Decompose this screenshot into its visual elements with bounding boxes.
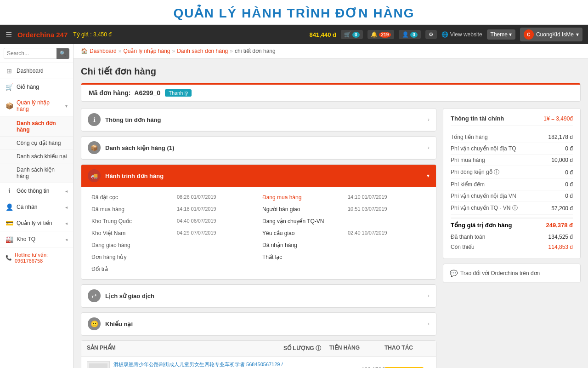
user-notif-button[interactable]: 👤 0 <box>399 30 421 39</box>
top-banner: QUẢN LÝ HÀNH TRÌNH ĐƠN HÀNG <box>0 0 588 25</box>
journey-label-2: Đã mua hàng <box>89 205 172 214</box>
order-info-section: ℹ Thông tin đơn hàng › <box>81 108 436 132</box>
breadcrumb-import[interactable]: Quản lý nhập hàng <box>123 48 170 54</box>
user-avatar: C <box>524 29 534 40</box>
journey-status-3: Đang vận chuyển TQ-VN <box>260 217 343 226</box>
breadcrumb-dashboard[interactable]: Dashboard <box>90 48 117 54</box>
sidebar-item-wallet[interactable]: 💳 Quản lý ví tiền ◂ <box>0 215 73 231</box>
items-list-header[interactable]: 📦 Danh sách kiện hàng (1) › <box>81 137 436 159</box>
financial-row-6: Phí vận chuyển nội địa VN 0 đ <box>451 190 573 202</box>
sidebar-item-dashboard[interactable]: ⊞ Dashboard <box>0 63 73 79</box>
breadcrumb-orders[interactable]: Danh sách đơn hàng <box>177 48 228 54</box>
financial-remaining-row: Còn thiếu 114,853 đ <box>451 242 573 252</box>
sidebar-label-warehouse: Kho TQ <box>17 236 35 242</box>
page-content: Chi tiết đơn hàng Mã đơn hàng: A6299_0 T… <box>74 58 588 368</box>
journey-label-4: Kho Việt Nam <box>89 229 172 238</box>
products-table: SẢN PHẨM SỐ LƯỢNG ⓘ TIỀN HÀNG THAO TÁC <box>81 340 436 368</box>
notification-button[interactable]: 🔔 219 <box>368 30 395 39</box>
sidebar-item-cart[interactable]: 🛒 Giỏ hàng <box>0 79 73 95</box>
journey-dt-1a: 08:26 01/07/2019 <box>174 193 258 202</box>
journey-label-5: Đang giao hàng <box>89 241 172 250</box>
complaint-icon: 😐 <box>88 317 101 330</box>
journey-status-1: Đang mua hàng <box>260 193 343 202</box>
navbar-left: ☰ Orderchina 247 Tỷ giá : 3,450 đ <box>6 30 112 39</box>
theme-button[interactable]: Theme ▾ <box>487 29 515 40</box>
search-button[interactable]: 🔍 <box>57 48 69 59</box>
navbar: ☰ Orderchina 247 Tỷ giá : 3,450 đ 841,44… <box>0 25 588 44</box>
sidebar-label-dashboard: Dashboard <box>17 68 44 74</box>
order-info-chevron: › <box>428 116 430 123</box>
profile-chevron-icon: ◂ <box>65 205 68 210</box>
journey-status-5: Đã nhận hàng <box>260 241 343 250</box>
order-info-title: Thông tin đơn hàng <box>105 116 423 123</box>
sidebar-sub-item-packages[interactable]: Danh sách kiện hàng <box>0 163 73 183</box>
breadcrumb: 🏠 Dashboard » Quản lý nhập hàng » Danh s… <box>74 44 588 58</box>
sidebar-label-news: Góc thông tin <box>17 188 49 194</box>
journey-dt-3b <box>345 217 429 226</box>
exchange-rate-display: 1¥ = 3,490đ <box>543 115 573 122</box>
financial-card: Thông tin tài chính 1¥ = 3,490đ Tổng tiề… <box>443 108 581 259</box>
complaint-header[interactable]: 😐 Khiếu nại › <box>81 313 436 335</box>
transaction-header[interactable]: ⇄ Lịch sử giao dịch › <box>81 285 436 307</box>
journey-status-4: Yêu cầu giao <box>260 229 343 238</box>
order-info-header[interactable]: ℹ Thông tin đơn hàng › <box>81 109 436 131</box>
settings-button[interactable]: ⚙ <box>425 30 437 39</box>
order-code-label: Mã đơn hàng: A6299_0 <box>89 89 160 97</box>
sidebar-item-import[interactable]: 📦 Quản lý nhập hàng ▾ <box>0 95 73 117</box>
sidebar-item-profile[interactable]: 👤 Cá nhân ◂ <box>0 199 73 215</box>
view-website-button[interactable]: 🌐 View website <box>441 31 482 38</box>
cart-button[interactable]: 🛒 0 <box>341 30 363 39</box>
journey-grid: Đã đặt cọc 08:26 01/07/2019 Đang mua hàn… <box>89 193 429 274</box>
search-input[interactable] <box>4 48 57 59</box>
main-content: 🏠 Dashboard » Quản lý nhập hàng » Danh s… <box>74 44 588 368</box>
page-title: Chi tiết đơn hàng <box>81 66 581 77</box>
journey-dt-2a: 14:18 01/07/2019 <box>174 205 258 214</box>
journey-status-2: Người bán giao <box>260 205 343 214</box>
financial-title: Thông tin tài chính <box>451 115 504 122</box>
complaint-section: 😐 Khiếu nại › <box>81 312 436 336</box>
journey-dt-3a: 04:40 06/07/2019 <box>174 217 258 226</box>
transaction-title: Lịch sử giao dịch <box>105 293 423 299</box>
sidebar-sub-item-tools[interactable]: Công cụ đặt hàng <box>0 137 73 150</box>
cart-icon: 🛒 <box>6 83 13 91</box>
chat-section: 💬 Trao đổi với Orderchina trên đơn <box>443 264 581 283</box>
user-menu-button[interactable]: C CuongKid IsMe ▾ <box>520 28 582 41</box>
sidebar: 🔍 ⊞ Dashboard 🛒 Giỏ hàng 📦 Quản lý nhập … <box>0 44 74 368</box>
col-product: SẢN PHẨM <box>87 345 283 352</box>
exchange-rate-nav: Tỷ giá : 3,450 đ <box>73 31 112 38</box>
home-icon: 🏠 <box>81 48 88 54</box>
transaction-icon: ⇄ <box>88 289 101 302</box>
sidebar-sub-item-orders[interactable]: Danh sách đơn hàng <box>0 117 73 137</box>
warehouse-chevron-icon: ◂ <box>65 237 68 242</box>
right-column: Thông tin tài chính 1¥ = 3,490đ Tổng tiề… <box>443 108 581 368</box>
sidebar-item-warehouse[interactable]: 🏭 Kho TQ ◂ <box>0 231 73 247</box>
journey-label-7: Đổi trả <box>89 264 172 274</box>
products-table-header: SẢN PHẨM SỐ LƯỢNG ⓘ TIỀN HÀNG THAO TÁC <box>81 341 436 356</box>
product-name: 滑板双翘青少年公路刷街成人儿童男女生四轮专业车初学者 568450567129 … <box>113 361 283 368</box>
transaction-section: ⇄ Lịch sử giao dịch › <box>81 284 436 308</box>
breadcrumb-current: chi tiết đơn hàng <box>235 48 276 54</box>
info-icon: ℹ <box>88 113 101 126</box>
notif-badge: 219 <box>379 32 391 38</box>
journey-label-3: Kho Trung Quốc <box>89 217 172 226</box>
financial-row-5: Phí kiểm đếm 0 đ <box>451 179 573 190</box>
journey-header[interactable]: 🚚 Hành trình đơn hàng ▾ <box>81 165 436 187</box>
journey-dt-7a <box>174 264 258 274</box>
journey-status-6: Thất lạc <box>260 253 343 262</box>
main-layout: 🔍 ⊞ Dashboard 🛒 Giỏ hàng 📦 Quản lý nhập … <box>0 44 588 368</box>
delivery-icon: 🚚 <box>88 169 101 182</box>
dashboard-icon: ⊞ <box>6 67 13 75</box>
journey-chevron: ▾ <box>427 172 430 179</box>
financial-total-row: Tổng giá trị đơn hàng 249,378 đ <box>451 218 573 232</box>
journey-section: 🚚 Hành trình đơn hàng ▾ Đã đặt cọc 08:26… <box>81 164 436 280</box>
journey-content: Đã đặt cọc 08:26 01/07/2019 Đang mua hàn… <box>81 187 436 279</box>
financial-row-7: Phí vận chuyển TQ - VN ⓘ 57,200 đ <box>451 202 573 215</box>
svg-rect-0 <box>89 363 107 368</box>
menu-icon[interactable]: ☰ <box>6 30 12 39</box>
sidebar-sub-item-complaints[interactable]: Danh sách khiếu nại <box>0 150 73 163</box>
banner-title: QUẢN LÝ HÀNH TRÌNH ĐƠN HÀNG <box>0 6 588 21</box>
sidebar-item-news[interactable]: ℹ Góc thông tin ◂ <box>0 183 73 199</box>
financial-row-1: Tổng tiền hàng 182,178 đ <box>451 132 573 143</box>
financial-header: Thông tin tài chính 1¥ = 3,490đ <box>451 115 573 126</box>
sidebar-label-cart: Giỏ hàng <box>17 84 39 90</box>
